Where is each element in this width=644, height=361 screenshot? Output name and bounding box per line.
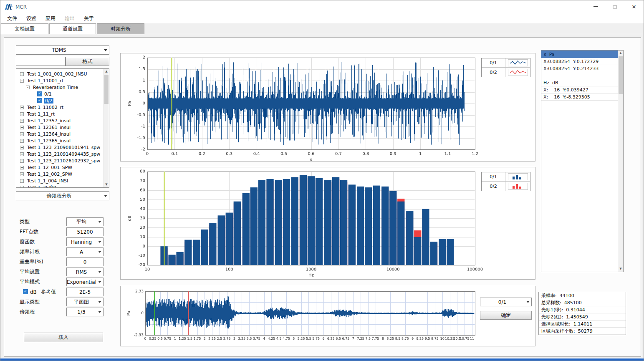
maximize-button[interactable] — [605, 0, 624, 13]
tabbar: 文档设置通道设置时频分析 — [0, 23, 644, 34]
chevron-down-icon — [96, 248, 103, 256]
overview-waveform-chart[interactable] — [121, 286, 536, 347]
expand-icon[interactable]: + — [20, 119, 24, 123]
file-format-select[interactable]: TDMS — [16, 45, 109, 55]
form-select[interactable]: 平面图 — [66, 298, 104, 306]
form-select[interactable]: RMS — [66, 268, 104, 276]
tree-item-label: Test 1_123_211026102932_spw — [27, 158, 100, 164]
scroll-up-icon[interactable]: ▲ — [618, 50, 623, 56]
tree-item[interactable]: -Test 1_11001_rt — [16, 77, 104, 84]
channel-select[interactable]: 0/1 — [480, 298, 532, 306]
tree-item-label: 0/1 — [44, 91, 52, 97]
tree-item-label: 0/2 — [44, 98, 53, 104]
collapse-icon[interactable]: - — [26, 86, 30, 89]
expand-icon[interactable]: + — [20, 152, 24, 156]
tab-3[interactable]: 时频分析 — [97, 23, 144, 34]
tree-item-label: Reverberation Time — [33, 85, 78, 90]
expand-icon[interactable]: + — [20, 159, 24, 163]
checkbox-checked-icon[interactable] — [37, 98, 42, 103]
filter-input[interactable] — [16, 57, 66, 66]
tree-item-label: Test 1_12_002_SPW — [27, 172, 72, 177]
menu-item[interactable]: 文件 — [3, 14, 22, 23]
tree-item[interactable]: +Test 1_12_001_SPW — [16, 164, 104, 171]
expand-icon[interactable]: + — [20, 186, 24, 188]
tree-item[interactable]: +Test 1_11_rt — [16, 111, 104, 117]
tree-item[interactable]: +Test 1_123_210914094435_spw — [16, 151, 104, 157]
scroll-up-icon[interactable]: ▲ — [104, 69, 109, 74]
tree-item[interactable]: +Test 1_123_210908101941_spw — [16, 144, 104, 151]
menu-item[interactable]: 应用 — [41, 14, 60, 23]
form-select[interactable]: 1/3 — [66, 308, 104, 316]
scroll-down-icon[interactable]: ▼ — [104, 182, 109, 187]
form-select[interactable]: Hanning — [66, 237, 104, 246]
time-waveform-panel: 0/10/2 — [120, 53, 535, 162]
form-select-value: A — [67, 249, 96, 255]
expand-icon[interactable]: + — [20, 179, 24, 183]
form-select-value: 平面图 — [67, 298, 96, 305]
expand-icon[interactable]: + — [20, 72, 24, 76]
tree-item[interactable]: +Test 1_25度0 — [16, 184, 104, 188]
line-sample-icon — [508, 59, 528, 66]
legend-label: 0/1 — [482, 172, 505, 182]
expand-icon[interactable]: + — [20, 139, 24, 143]
tab-1[interactable]: 文档设置 — [1, 23, 48, 34]
time-waveform-chart[interactable] — [121, 53, 536, 162]
tab-2[interactable]: 通道设置 — [49, 23, 96, 34]
tree-item[interactable]: +Test 1_12364_insul — [16, 131, 104, 137]
tree-item[interactable]: +Test 1_12357_insul — [16, 117, 104, 124]
cursor-table-row — [541, 72, 618, 79]
scroll-thumb[interactable] — [619, 56, 623, 94]
confirm-button[interactable]: 确定 — [480, 311, 532, 320]
form-input[interactable]: 0 — [66, 257, 104, 266]
form-label: 类型 — [20, 217, 30, 226]
tree-item[interactable]: +Test 1_12365_insul — [16, 137, 104, 144]
tree-item[interactable]: +Test 1_123_211026102932_spw — [16, 157, 104, 164]
expand-icon[interactable]: + — [20, 172, 24, 176]
close-button[interactable]: ✕ — [624, 0, 644, 13]
expand-icon[interactable]: + — [20, 106, 24, 109]
octave-spectrum-chart[interactable] — [121, 167, 536, 280]
collapse-icon[interactable]: - — [20, 79, 24, 83]
expand-icon[interactable]: + — [20, 146, 24, 149]
expand-icon[interactable]: + — [20, 132, 24, 136]
form-select[interactable]: Exponential — [66, 278, 104, 286]
expand-icon[interactable]: + — [20, 126, 24, 129]
form-select[interactable]: A — [66, 247, 104, 256]
channel-select-value: 0/1 — [480, 299, 524, 305]
info-label: 总采样数: — [541, 300, 561, 306]
tree-scrollbar[interactable]: ▲ ▼ — [104, 69, 109, 187]
menu-item[interactable]: 关于 — [79, 14, 98, 23]
chevron-down-icon — [96, 308, 103, 316]
format-button[interactable]: 格式 — [66, 57, 109, 66]
window-bottom-border — [0, 358, 644, 361]
legend-icon-cell — [505, 68, 530, 77]
expand-icon[interactable]: + — [20, 112, 24, 116]
cursor-table-row: X: 16 Y:-8.329305 — [541, 93, 618, 101]
minimize-button[interactable] — [586, 0, 605, 13]
scroll-thumb[interactable] — [104, 75, 109, 104]
tree-item-label: Test 1_001_001_002_INSU — [27, 71, 87, 77]
form-input[interactable]: 2E-5 — [66, 288, 104, 296]
form-select[interactable]: 平均 — [66, 217, 104, 226]
form-input[interactable]: 51200 — [66, 227, 104, 236]
tree-item[interactable]: +Test 1_001_001_002_INSU — [16, 71, 104, 77]
cursor-table-scrollbar[interactable]: ▲ ▼ — [618, 50, 623, 272]
tree-item[interactable]: +Test 1_1_004_INSI — [16, 177, 104, 184]
octave-spectrum-panel: 0/10/2 — [120, 167, 535, 280]
expand-icon[interactable]: + — [20, 166, 24, 169]
legend-icon-cell — [505, 172, 530, 182]
tree-item[interactable]: 0/1 — [16, 91, 104, 97]
checkbox-checked-icon[interactable] — [37, 91, 42, 96]
load-button[interactable]: 载入 — [24, 333, 103, 342]
info-row: 选择区域时长: 1.14011 — [539, 321, 626, 328]
db-checkbox[interactable] — [23, 289, 28, 294]
tree-item[interactable]: 0/2 — [16, 97, 104, 104]
tree-item[interactable]: -Reverberation Time — [16, 84, 104, 91]
tree-item[interactable]: +Test 1_12361_insul — [16, 124, 104, 131]
tree-item-label: Test 1_12357_insul — [27, 118, 71, 124]
tree-item[interactable]: +Test 1_12_002_SPW — [16, 171, 104, 177]
tree-item[interactable]: +Test 1_11002_rt — [16, 104, 104, 111]
analysis-type-select[interactable]: 倍频程分析 — [16, 191, 109, 200]
scroll-down-icon[interactable]: ▼ — [618, 266, 623, 272]
menu-item[interactable]: 设置 — [22, 14, 41, 23]
